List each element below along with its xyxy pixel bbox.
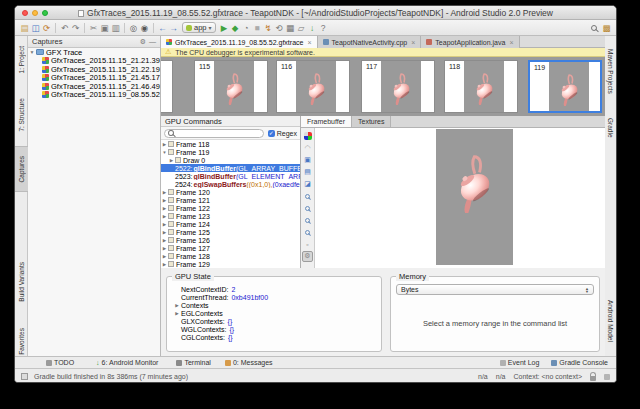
state-row[interactable]: GLXContexts:{} — [167, 317, 381, 325]
run-button[interactable]: ▶ — [219, 21, 229, 35]
chevron-right-icon[interactable]: ▶ — [161, 190, 168, 195]
tree-item-frame[interactable]: ▶Frame 125 — [161, 228, 300, 236]
avd-manager-icon[interactable]: ▱ — [296, 21, 306, 35]
state-row[interactable]: NextContextID:2 — [167, 285, 381, 293]
tree-item-draw[interactable]: ▶Draw 0 — [161, 156, 300, 164]
android-monitor-button[interactable]: ↓6: Android Monitor — [96, 359, 158, 366]
notifications-icon[interactable]: ▩ — [602, 21, 612, 35]
tab-teapotapplication[interactable]: TeapotApplication.java × — [421, 36, 519, 48]
frame-thumbnail[interactable]: 118 — [444, 60, 518, 113]
wireframe-icon[interactable]: ◠ — [302, 143, 313, 154]
todo-button[interactable]: TODO — [46, 359, 74, 366]
sidebar-item-android-model[interactable]: Android Model — [604, 288, 617, 354]
undo-icon[interactable]: ↶ — [60, 21, 70, 35]
chevron-right-icon[interactable]: ▶ — [161, 214, 168, 219]
frame-thumbnail-partial[interactable] — [161, 60, 173, 113]
replace-icon[interactable]: ◉ — [140, 21, 150, 35]
state-row-expandable[interactable]: ▶Contexts — [167, 301, 381, 309]
apply-changes-icon[interactable]: ↯ — [263, 21, 273, 35]
sync-gradle-icon[interactable]: ⟲ — [274, 21, 284, 35]
tree-item-command[interactable]: 2523:glBindBuffer(GL_ELEMENT_ARRAY_BUF — [161, 172, 300, 180]
toolwindow-toggle-icon[interactable] — [21, 373, 28, 380]
messages-button[interactable]: 0: Messages — [225, 359, 273, 366]
tree-item-frame[interactable]: ▶Frame 120 — [161, 188, 300, 196]
tree-item-frame[interactable]: ▶Frame 118 — [161, 140, 300, 148]
redo-icon[interactable]: ↷ — [71, 21, 81, 35]
fill-window-icon[interactable]: ◪ — [302, 179, 313, 190]
terminal-button[interactable]: Terminal — [176, 359, 210, 366]
chevron-right-icon[interactable]: ▶ — [161, 246, 168, 251]
close-icon[interactable]: × — [307, 39, 311, 46]
chevron-right-icon[interactable]: ▶ — [161, 206, 168, 211]
close-icon[interactable]: × — [509, 39, 513, 46]
tree-item-command-selected[interactable]: 2522:glBindBuffer(GL_ARRAY_BUFFER, 0) — [161, 164, 300, 172]
run-configuration-select[interactable]: app ▾ — [182, 22, 216, 33]
chevron-right-icon[interactable]: ▶ — [161, 230, 168, 235]
tab-teapotnativeactivity[interactable]: TeapotNativeActivity.cpp × — [318, 36, 422, 48]
frame-thumbnail[interactable]: 117 — [361, 60, 435, 113]
chevron-right-icon[interactable]: ▶ — [161, 254, 168, 259]
hide-panel-icon[interactable]: — — [149, 38, 156, 46]
lock-icon[interactable] — [590, 376, 596, 381]
hector-icon[interactable] — [604, 374, 610, 380]
close-icon[interactable]: × — [411, 39, 415, 46]
frame-thumbnail[interactable]: 115 — [194, 60, 268, 113]
sidebar-item-build-variants[interactable]: Build Variants — [15, 251, 28, 313]
profile-button[interactable]: ◔ — [241, 21, 251, 35]
tree-item-frame[interactable]: ▶Frame 126 — [161, 236, 300, 244]
sidebar-item-captures[interactable]: Captures — [15, 146, 28, 192]
frame-thumbnail[interactable]: 116 — [276, 60, 350, 113]
tree-item-frame[interactable]: ▶Frame 129 — [161, 260, 300, 268]
gear-icon[interactable]: ⚙ — [140, 38, 146, 46]
project-structure-icon[interactable]: ▦ — [285, 21, 295, 35]
settings-icon[interactable]: ⚙ — [302, 251, 313, 262]
capture-file-item[interactable]: GfxTraces_2015.11.15_21.46.49.gfxtrace — [28, 82, 160, 91]
zoom-fit-icon[interactable] — [302, 215, 313, 226]
open-icon[interactable]: ▤ — [20, 21, 30, 35]
sidebar-item-structure[interactable]: 7: Structure — [15, 88, 28, 142]
sidebar-item-project[interactable]: 1: Project — [15, 36, 28, 84]
tree-item-gfx-trace-root[interactable]: ▼ GFX Trace — [28, 48, 160, 57]
cut-icon[interactable]: ✂ — [89, 21, 99, 35]
tree-item-command[interactable]: 2524:eglSwapBuffers((0x1,0), (0xaedfec0,… — [161, 180, 300, 188]
tree-item-frame[interactable]: ▶Frame 123 — [161, 212, 300, 220]
tab-framebuffer[interactable]: Framebuffer — [301, 116, 352, 127]
chevron-right-icon[interactable]: ▶ — [161, 142, 168, 147]
tree-item-frame[interactable]: ▶Frame 127 — [161, 244, 300, 252]
debug-button[interactable]: ◆ — [230, 21, 240, 35]
help-icon[interactable]: ? — [318, 21, 328, 35]
zoom-in-icon[interactable] — [302, 191, 313, 202]
chevron-right-icon[interactable]: ▶ — [173, 303, 181, 308]
chevron-right-icon[interactable]: ▶ — [161, 238, 168, 243]
chevron-down-icon[interactable]: ▼ — [161, 150, 168, 155]
zoom-out-icon[interactable] — [302, 203, 313, 214]
state-row[interactable]: WGLContexts:{} — [167, 325, 381, 333]
gradle-console-button[interactable]: Gradle Console — [551, 359, 608, 366]
sidebar-item-gradle[interactable]: Gradle — [604, 108, 617, 148]
capture-file-item[interactable]: GfxTraces_2015.11.15_21.22.19.gfxtrace — [28, 65, 160, 74]
chevron-down-icon[interactable]: ▼ — [28, 49, 36, 55]
chevron-right-icon[interactable]: ▶ — [173, 311, 181, 316]
sidebar-item-maven-projects[interactable]: Maven Projects — [604, 38, 617, 104]
framebuffer-canvas[interactable] — [315, 128, 605, 268]
find-icon[interactable]: ◎ — [129, 21, 139, 35]
stop-button[interactable]: ■ — [252, 21, 262, 35]
search-everywhere-icon[interactable] — [591, 25, 597, 31]
frame-thumbnail-selected[interactable]: 119 — [528, 60, 602, 113]
chevron-right-icon[interactable]: ▶ — [168, 158, 175, 163]
flip-icon[interactable]: ▫ — [302, 239, 313, 250]
tree-item-frame-expanded[interactable]: ▼Frame 119 — [161, 148, 300, 156]
back-icon[interactable]: ← — [158, 21, 168, 35]
status-context[interactable]: Context: <no context> — [514, 373, 583, 380]
zoom-reset-icon[interactable] — [302, 227, 313, 238]
sync-icon[interactable]: ⟳ — [42, 21, 52, 35]
paste-icon[interactable]: ▥ — [111, 21, 121, 35]
sdk-manager-icon[interactable]: ↓ — [307, 21, 317, 35]
color-channels-icon[interactable] — [302, 131, 313, 142]
tree-item-frame[interactable]: ▶Frame 128 — [161, 252, 300, 260]
tree-item-frame[interactable]: ▶Frame 122 — [161, 204, 300, 212]
actual-size-icon[interactable]: ▤ — [302, 167, 313, 178]
event-log-button[interactable]: Event Log — [500, 359, 540, 366]
search-field[interactable] — [164, 129, 264, 138]
save-icon[interactable]: ◫ — [31, 21, 41, 35]
